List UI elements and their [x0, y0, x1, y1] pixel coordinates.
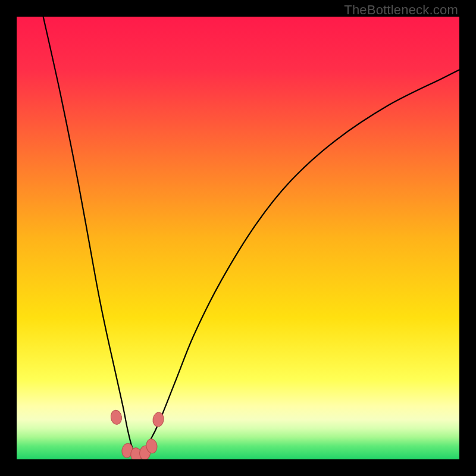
- gradient-background: [17, 17, 459, 459]
- chart-frame: [17, 17, 459, 459]
- bottleneck-chart: [17, 17, 459, 459]
- watermark-text: TheBottleneck.com: [344, 2, 458, 18]
